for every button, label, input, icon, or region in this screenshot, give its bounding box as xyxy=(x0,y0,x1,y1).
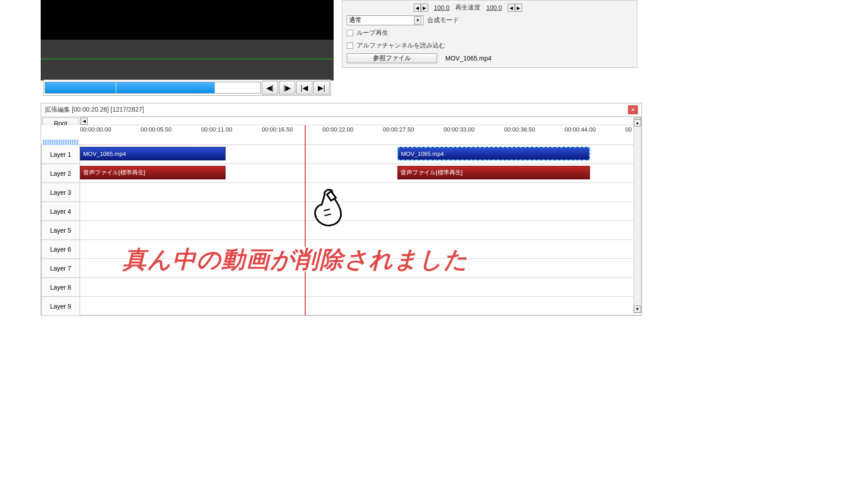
timeline-h-scrollbar[interactable]: ◀ ▶ xyxy=(80,117,642,125)
scroll-left-icon[interactable]: ◀ xyxy=(80,117,88,125)
layer-label[interactable]: Layer 5 xyxy=(41,221,80,240)
tracks-area[interactable]: 00:00:00.00 00:00:05.50 00:00:11.00 00:0… xyxy=(80,125,642,316)
transport-bar: ◀| |▶ |◀ ▶| xyxy=(43,80,331,96)
track-row[interactable]: MOV_1065.mp4 MOV_1065.mp4 xyxy=(80,145,642,164)
ruler-corner xyxy=(41,125,80,145)
audio-clip[interactable]: 音声ファイル[標準再生] xyxy=(397,166,590,179)
step-left-icon[interactable]: ◀ xyxy=(508,4,515,12)
track-row[interactable] xyxy=(80,297,642,316)
time-ruler[interactable]: 00:00:00.00 00:00:05.50 00:00:11.00 00:0… xyxy=(80,125,642,145)
timeline-title-text: 拡張編集 [00:00:20.26] [1217/2827] xyxy=(45,106,144,114)
blend-mode-combo[interactable]: 通常 ▼ xyxy=(347,15,424,25)
scroll-down-icon[interactable]: ▼ xyxy=(634,305,641,313)
ruler-tick: 00:00:05.50 xyxy=(141,126,172,133)
go-end-button[interactable]: ▶| xyxy=(313,81,330,94)
loop-checkbox[interactable] xyxy=(347,30,353,36)
layer-column: Layer 1 Layer 2 Layer 3 Layer 4 Layer 5 … xyxy=(41,125,80,316)
layer-label[interactable]: Layer 7 xyxy=(41,259,80,278)
seek-bar[interactable] xyxy=(45,82,261,94)
value2-field[interactable]: 100.0 xyxy=(484,4,504,11)
track-row[interactable] xyxy=(80,221,642,240)
reference-file-button[interactable]: 参照ファイル xyxy=(347,53,437,63)
step-left-icon[interactable]: ◀ xyxy=(414,4,421,12)
audio-clip[interactable]: 音声ファイル[標準再生] xyxy=(80,166,226,179)
track-row[interactable]: 音声ファイル[標準再生] 音声ファイル[標準再生] xyxy=(80,164,642,183)
layer-label[interactable]: Layer 6 xyxy=(41,240,80,259)
ruler-tick: 00:00:22.00 xyxy=(322,126,354,133)
ruler-tick: 00:00:16.50 xyxy=(262,126,293,133)
layer-label[interactable]: Layer 8 xyxy=(41,278,80,297)
chevron-down-icon: ▼ xyxy=(414,16,421,24)
alpha-checkbox[interactable] xyxy=(347,42,353,49)
step-right-icon[interactable]: ▶ xyxy=(421,4,428,12)
scroll-up-icon[interactable]: ▲ xyxy=(634,119,641,127)
ruler-tick: 00:00:27.50 xyxy=(383,126,414,133)
ruler-tick: 00:00:33.00 xyxy=(443,126,475,133)
ruler-tick: 00:00:11.00 xyxy=(201,126,232,133)
seek-segment xyxy=(45,82,116,93)
alpha-label: アルファチャンネルを読み込む xyxy=(357,42,445,50)
blend-mode-value: 通常 xyxy=(349,16,362,24)
track-row[interactable] xyxy=(80,259,642,278)
zoom-ruler[interactable] xyxy=(43,140,78,145)
layer-label[interactable]: Layer 3 xyxy=(41,183,80,202)
step-right-icon[interactable]: ▶ xyxy=(515,4,522,12)
close-button[interactable]: ✕ xyxy=(628,105,638,114)
track-row[interactable] xyxy=(80,240,642,259)
value2-stepper[interactable]: ◀ ▶ xyxy=(508,4,522,12)
timeline-titlebar: 拡張編集 [00:00:20.26] [1217/2827] ✕ xyxy=(41,103,642,116)
value1-stepper[interactable]: ◀ ▶ xyxy=(414,4,428,12)
close-icon: ✕ xyxy=(631,107,635,113)
timeline-v-scrollbar[interactable]: ▲ ▼ xyxy=(633,119,642,313)
loop-label: ループ再生 xyxy=(357,29,388,37)
layer-label[interactable]: Layer 9 xyxy=(41,297,80,316)
track-row[interactable] xyxy=(80,278,642,297)
track-row[interactable] xyxy=(80,183,642,202)
ruler-tick: 00:00:38.50 xyxy=(504,126,535,133)
video-clip[interactable]: MOV_1065.mp4 xyxy=(80,147,226,160)
preview-strip xyxy=(41,40,334,80)
value1-field[interactable]: 100.0 xyxy=(432,4,452,11)
blend-mode-label: 合成モード xyxy=(427,16,459,24)
ruler-tick: 00:00:44.00 xyxy=(565,126,596,133)
step-back-button[interactable]: ◀| xyxy=(262,81,278,94)
timeline-panel: 拡張編集 [00:00:20.26] [1217/2827] ✕ Root ◀ … xyxy=(41,103,642,315)
layer-label[interactable]: Layer 1 xyxy=(41,145,80,164)
ruler-tick: 00:00:00.00 xyxy=(80,126,111,133)
speed-label: 再生速度 xyxy=(455,4,481,12)
layer-label[interactable]: Layer 2 xyxy=(41,164,80,183)
seek-segment xyxy=(116,82,215,93)
reference-file-value: MOV_1065.mp4 xyxy=(445,55,491,62)
preview-guideline xyxy=(41,59,334,59)
go-start-button[interactable]: |◀ xyxy=(296,81,312,94)
layer-label[interactable]: Layer 4 xyxy=(41,202,80,221)
step-fwd-button[interactable]: |▶ xyxy=(279,81,295,94)
track-row[interactable] xyxy=(80,202,642,221)
preview-video-area xyxy=(41,0,334,40)
video-clip-selected[interactable]: MOV_1065.mp4 xyxy=(397,147,590,160)
ruler-tick: 00 xyxy=(625,126,632,133)
properties-panel: ◀ ▶ 100.0 再生速度 100.0 ◀ ▶ 通常 ▼ 合成モード ループ再… xyxy=(342,0,637,68)
playhead[interactable] xyxy=(305,125,306,315)
